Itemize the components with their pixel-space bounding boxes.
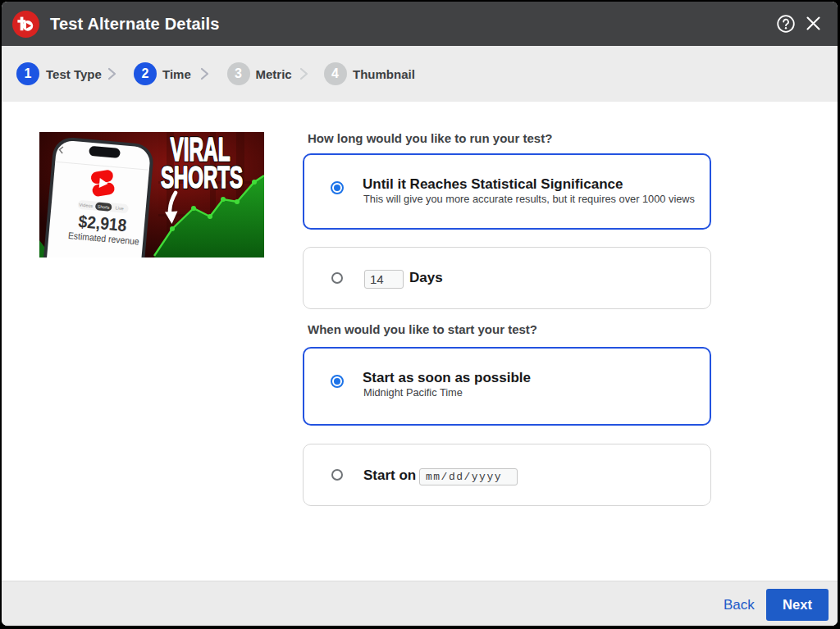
svg-text:Live: Live	[115, 205, 124, 211]
svg-text:SHORTS: SHORTS	[161, 161, 243, 194]
